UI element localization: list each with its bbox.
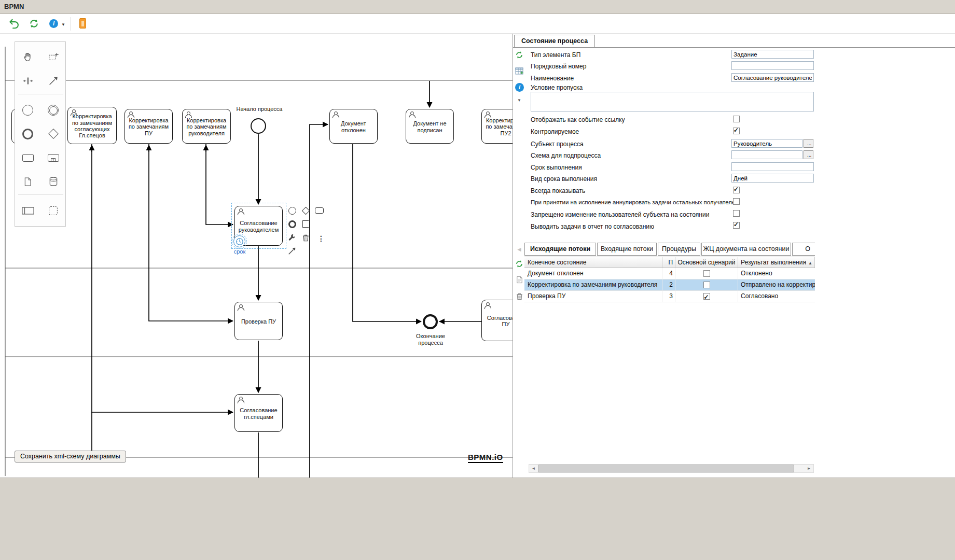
space-tool-icon[interactable] [15, 69, 40, 93]
back-icon[interactable]: ◄ [516, 246, 522, 253]
undo-icon[interactable] [8, 18, 19, 31]
subscheme-field[interactable] [731, 150, 802, 159]
task-corr-pu[interactable]: Корректировка по замечаниям ПУ [124, 109, 173, 144]
col-final-state[interactable]: Конечное состояние [524, 257, 662, 268]
end-event[interactable] [423, 314, 438, 329]
wrench-icon[interactable] [286, 232, 298, 243]
order-field[interactable] [731, 61, 814, 70]
lasso-tool-icon[interactable] [40, 45, 66, 69]
create-group-icon[interactable] [40, 199, 66, 222]
create-subprocess-icon[interactable] [40, 146, 66, 170]
bpmn-palette [15, 41, 66, 227]
label-order: Порядковый номер [531, 63, 586, 70]
label-deadline-type: Вид срока выполнения [531, 175, 597, 183]
deadline-field[interactable] [731, 162, 814, 171]
tab-process-state[interactable]: Состояние процесса [514, 35, 595, 47]
tab-incoming-flows[interactable]: Входящие потоки [597, 243, 657, 256]
append-end-event-icon[interactable] [286, 218, 298, 230]
create-end-event-icon[interactable] [15, 122, 40, 146]
clock-icon [235, 237, 244, 246]
col-order[interactable]: П [662, 257, 675, 268]
table-row[interactable]: Проверка ПУ 3 ✓ Согласовано [524, 291, 815, 302]
subscheme-picker-button[interactable]: ... [804, 150, 813, 159]
task-corr-ruk[interactable]: Корректировка по замечаниям руководителя [182, 109, 231, 144]
deadline-type-field[interactable] [731, 174, 814, 183]
refresh-icon[interactable] [29, 18, 39, 31]
create-start-event-icon[interactable] [15, 98, 40, 122]
window-title: BPMN [0, 0, 955, 13]
start-event-label: Начало процесса [232, 106, 286, 113]
checkbox-annul[interactable]: ✓ [733, 198, 740, 205]
table-row[interactable]: Документ отклонен 4 ✓ Отклонено [524, 268, 815, 279]
toolbar-separator [71, 17, 71, 31]
create-participant-icon[interactable] [15, 199, 40, 222]
skip-condition-field[interactable] [531, 92, 814, 111]
bottom-strip [0, 478, 955, 560]
table-row[interactable]: Корректировка по замечаниям руководителя… [524, 279, 815, 291]
checkbox-main-scenario[interactable]: ✓ [703, 293, 710, 300]
tab-truncated[interactable]: О [792, 243, 815, 256]
append-task-icon[interactable] [313, 205, 325, 216]
checkbox-report[interactable]: ✓ [733, 222, 740, 229]
connect-icon[interactable] [286, 245, 298, 257]
tab-outgoing-flows[interactable]: Исходящие потоки [524, 243, 596, 256]
outgoing-flows-table: Конечное состояние П Основной сценарий Р… [524, 257, 815, 302]
checkbox-main-scenario[interactable]: ✓ [703, 282, 710, 288]
task-corr-glspec[interactable]: Корректировка по замечаниям согласующих … [67, 107, 117, 144]
type-field[interactable] [731, 50, 814, 59]
task-approve-glspec[interactable]: Согласование гл.спецами [234, 394, 283, 432]
panel-refresh-icon[interactable] [515, 51, 523, 61]
append-event-icon[interactable] [286, 205, 298, 216]
checkbox-always-show[interactable]: ✓ [733, 187, 740, 193]
save-xml-button[interactable]: Сохранить xml-схему диаграммы [15, 451, 126, 463]
label-report: Выводить задачи в отчет по согласованию [531, 223, 654, 230]
label-deadline: Срок выполнения [531, 164, 582, 171]
table-refresh-icon[interactable] [515, 260, 523, 270]
task-corr-pu2[interactable]: Корректировка по замечаниям ПУ2 [481, 109, 513, 144]
create-task-icon[interactable] [15, 146, 40, 170]
label-controlled: Контролируемое [531, 128, 579, 135]
kebab-menu-icon[interactable]: ⋮ [315, 233, 327, 244]
task-doc-unsigned[interactable]: Документ не подписан [406, 109, 454, 144]
hand-tool-icon[interactable] [15, 45, 40, 69]
create-gateway-icon[interactable] [40, 122, 66, 146]
create-data-store-icon[interactable] [40, 170, 66, 193]
create-data-object-icon[interactable] [15, 170, 40, 193]
task-approve-pu[interactable]: Согласование ПУ [481, 300, 513, 341]
info-icon[interactable]: i [49, 19, 58, 28]
panel-info-icon[interactable]: i [515, 83, 524, 92]
timer-boundary-event[interactable] [233, 235, 245, 247]
checkbox-forbid-change[interactable]: ✓ [733, 210, 740, 217]
scroll-left-button[interactable]: ◄ [529, 465, 538, 472]
flow [310, 124, 328, 478]
horizontal-scrollbar[interactable]: ◄ ► [529, 464, 814, 473]
table-trash-icon[interactable] [516, 292, 523, 302]
subject-field[interactable] [731, 139, 802, 148]
col-result[interactable]: Результат выполнения▲ [738, 257, 815, 268]
start-event[interactable] [251, 118, 266, 134]
dropdown-caret-icon[interactable]: ▼ [61, 22, 65, 27]
task-check-pu[interactable]: Проверка ПУ [234, 302, 283, 340]
text-annotation-icon[interactable] [300, 218, 311, 230]
checkbox-show-as-link[interactable]: ✓ [733, 116, 740, 122]
document-icon[interactable] [516, 276, 523, 286]
panel-caret-icon[interactable]: ▼ [517, 98, 521, 103]
tab-doc-lifecycle[interactable]: ЖЦ документа на состоянии [701, 243, 791, 256]
export-icon[interactable] [79, 18, 86, 29]
scroll-right-button[interactable]: ► [805, 465, 813, 472]
checkbox-controlled[interactable]: ✓ [733, 128, 740, 134]
diagram-canvas[interactable]: Корректировка по замечаниям согласующих … [0, 34, 513, 478]
create-intermediate-event-icon[interactable] [40, 98, 66, 122]
global-connect-icon[interactable] [40, 69, 66, 93]
flow [206, 144, 233, 225]
scrollbar-thumb[interactable] [538, 465, 794, 472]
checkbox-main-scenario[interactable]: ✓ [703, 270, 710, 277]
tab-procedures[interactable]: Процедуры [658, 243, 700, 256]
grid-icon[interactable] [515, 67, 523, 77]
append-gateway-icon[interactable] [300, 205, 311, 216]
name-field[interactable] [731, 73, 814, 82]
subject-picker-button[interactable]: ... [804, 139, 813, 148]
trash-icon[interactable] [300, 232, 311, 243]
task-doc-rejected[interactable]: Документ отклонен [329, 109, 378, 144]
col-main-scenario[interactable]: Основной сценарий [675, 257, 738, 268]
